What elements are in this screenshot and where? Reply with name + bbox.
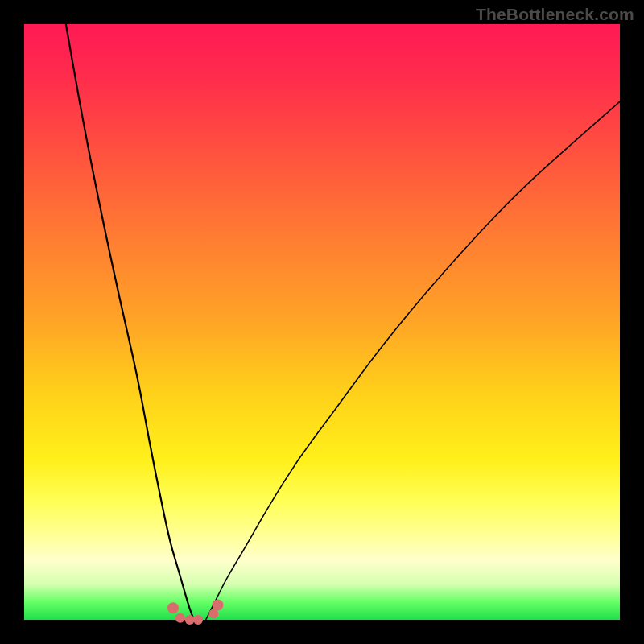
trough-markers [167, 600, 224, 625]
trough-dot [185, 615, 195, 625]
trough-dot [213, 600, 224, 611]
trough-dot [193, 615, 203, 625]
trough-dot [175, 613, 185, 623]
curve-left-branch [66, 24, 194, 620]
watermark-text: TheBottleneck.com [476, 5, 634, 24]
bottleneck-curve [24, 24, 620, 620]
curve-right-branch [206, 101, 620, 620]
trough-dot [167, 602, 179, 613]
